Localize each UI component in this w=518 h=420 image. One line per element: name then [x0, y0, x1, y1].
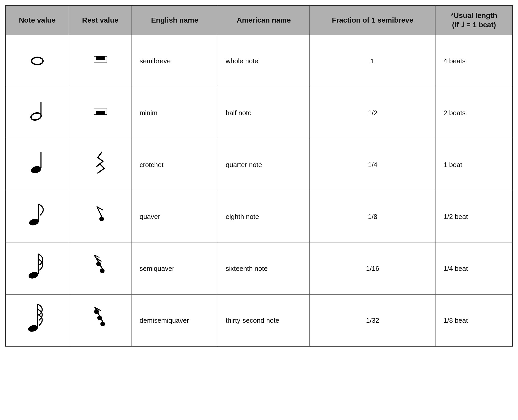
header-english-name: English name: [132, 5, 218, 35]
eighth-note-svg: [26, 200, 49, 229]
main-container: Note value Rest value English name Ameri…: [5, 5, 513, 347]
fraction-cell: 1/2: [310, 87, 436, 139]
note-symbol-cell: [5, 35, 69, 87]
sixteenth-note-svg: [26, 251, 49, 282]
header-usual-length: *Usual length(if ♩ = 1 beat): [436, 5, 513, 35]
english-name-cell: crotchet: [132, 139, 218, 191]
half-rest-svg: [90, 100, 111, 121]
whole-note-svg: [27, 49, 48, 69]
table-row: demisemiquaver thirty-second note 1/32 1…: [5, 294, 513, 346]
sixteenth-rest-svg: [91, 255, 109, 278]
note-symbol-cell: [5, 191, 69, 243]
header-row: Note value Rest value English name Ameri…: [5, 5, 513, 35]
header-rest-value: Rest value: [69, 5, 132, 35]
table-row: semibreve whole note 1 4 beats: [5, 35, 513, 87]
eighth-rest-svg: [91, 203, 109, 226]
rest-symbol-cell: [69, 191, 132, 243]
fraction-cell: 1/4: [310, 139, 436, 191]
svg-point-7: [30, 112, 42, 121]
usual-length-cell: 4 beats: [436, 35, 513, 87]
thirtysecond-note-svg: [26, 301, 49, 335]
american-name-cell: thirty-second note: [218, 294, 310, 346]
american-name-cell: whole note: [218, 35, 310, 87]
rest-symbol-cell: [69, 35, 132, 87]
header-note-value: Note value: [5, 5, 69, 35]
half-note-svg: [27, 98, 48, 124]
svg-point-1: [35, 59, 40, 63]
american-name-cell: sixteenth note: [218, 243, 310, 294]
rest-symbol-cell: [69, 243, 132, 294]
svg-point-23: [100, 268, 105, 273]
english-name-cell: demisemiquaver: [132, 294, 218, 346]
svg-point-18: [99, 217, 104, 221]
usual-length-cell: 1/2 beat: [436, 191, 513, 243]
rest-symbol-cell: [69, 139, 132, 191]
table-row: semiquaver sixteenth note 1/16 1/4 beat: [5, 243, 513, 294]
rest-symbol-cell: [69, 87, 132, 139]
fraction-cell: 1/8: [310, 191, 436, 243]
fraction-cell: 1/16: [310, 243, 436, 294]
usual-length-cell: 2 beats: [436, 87, 513, 139]
table-row: minim half note 1/2 2 beats: [5, 87, 513, 139]
english-name-cell: semiquaver: [132, 243, 218, 294]
english-name-cell: semibreve: [132, 35, 218, 87]
note-symbol-cell: [5, 87, 69, 139]
note-symbol-cell: [5, 139, 69, 191]
svg-point-14: [30, 165, 42, 174]
table-row: crotchet quarter note 1/4 1 beat: [5, 139, 513, 191]
svg-rect-13: [96, 111, 105, 115]
thirtysecond-rest-svg: [91, 305, 109, 331]
svg-point-29: [27, 324, 38, 333]
note-symbol-cell: [5, 243, 69, 294]
svg-point-16: [28, 218, 39, 226]
svg-point-21: [28, 271, 39, 280]
svg-point-31: [100, 322, 105, 326]
fraction-cell: 1: [310, 35, 436, 87]
english-name-cell: quaver: [132, 191, 218, 243]
rest-symbol-cell: [69, 294, 132, 346]
fraction-cell: 1/32: [310, 294, 436, 346]
whole-rest-svg: [90, 49, 111, 69]
american-name-cell: half note: [218, 87, 310, 139]
usual-length-cell: 1 beat: [436, 139, 513, 191]
american-name-cell: eighth note: [218, 191, 310, 243]
usual-length-cell: 1/4 beat: [436, 243, 513, 294]
note-symbol-cell: [5, 294, 69, 346]
quarter-rest-svg: [90, 150, 111, 176]
american-name-cell: quarter note: [218, 139, 310, 191]
quarter-note-svg: [27, 148, 48, 177]
header-american-name: American name: [218, 5, 310, 35]
english-name-cell: minim: [132, 87, 218, 139]
header-fraction: Fraction of 1 semibreve: [310, 5, 436, 35]
music-notes-table: Note value Rest value English name Ameri…: [5, 5, 513, 347]
svg-rect-6: [96, 56, 105, 60]
usual-length-cell: 1/8 beat: [436, 294, 513, 346]
table-row: quaver eighth note 1/8 1/2 beat: [5, 191, 513, 243]
